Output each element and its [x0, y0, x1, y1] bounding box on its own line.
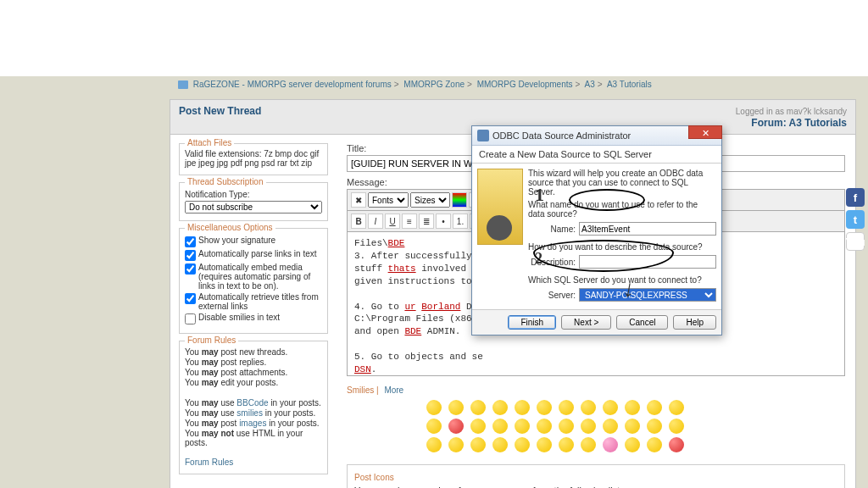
- smiley-icon[interactable]: [426, 419, 442, 434]
- crumb-4[interactable]: A3 Tutorials: [607, 80, 652, 89]
- smiley-icon[interactable]: [515, 400, 530, 415]
- smiley-icon[interactable]: [603, 400, 618, 415]
- youtube-icon[interactable]: You: [846, 232, 865, 251]
- smiley-icon[interactable]: [492, 419, 508, 434]
- chk-smilies[interactable]: [185, 313, 196, 324]
- wizard-graphic: [477, 169, 523, 245]
- smiley-icon[interactable]: [515, 419, 530, 434]
- chk-titles[interactable]: [185, 293, 196, 304]
- more-smilies-link[interactable]: More: [384, 385, 403, 395]
- facebook-icon[interactable]: f: [846, 188, 865, 207]
- smiley-icon[interactable]: [537, 400, 552, 415]
- crumb-3[interactable]: A3: [585, 80, 595, 89]
- smiley-icon[interactable]: [426, 437, 442, 452]
- smiley-icon[interactable]: [537, 419, 552, 434]
- smiley-icon[interactable]: [647, 419, 662, 434]
- dialog-titlebar: ODBC Data Source Administrator: [472, 126, 721, 146]
- smiley-icon[interactable]: [448, 419, 464, 434]
- smiley-icon[interactable]: [492, 400, 508, 415]
- close-button[interactable]: ✕: [688, 125, 722, 139]
- help-button[interactable]: Help: [673, 315, 716, 330]
- dialog-intro: This wizard will help you create an ODBC…: [528, 169, 716, 197]
- smiley-icon[interactable]: [559, 419, 574, 434]
- top-whitespace: [0, 0, 868, 76]
- cancel-button[interactable]: Cancel: [616, 315, 668, 330]
- twitter-icon[interactable]: t: [846, 210, 865, 229]
- forum-rules-link[interactable]: Forum Rules: [185, 458, 233, 467]
- smiley-icon[interactable]: [515, 437, 530, 452]
- rule-2: You may post attachments.: [185, 368, 322, 377]
- underline-icon[interactable]: U: [385, 214, 400, 229]
- smiley-icon[interactable]: [470, 400, 486, 415]
- smiley-icon[interactable]: [647, 400, 662, 415]
- social-sidebar: f t You: [846, 188, 865, 251]
- rule-0: You may post new threads.: [185, 347, 322, 357]
- smiley-icon[interactable]: [470, 419, 486, 434]
- server-label: Server:: [528, 291, 576, 300]
- breadcrumb: RaGEZONE - MMORPG server development for…: [0, 76, 868, 92]
- smiley-icon[interactable]: [581, 400, 596, 415]
- smiley-icon[interactable]: [669, 400, 684, 415]
- crumb-2[interactable]: MMORPG Developments: [477, 80, 573, 89]
- smilies-link[interactable]: smilies: [236, 408, 263, 418]
- smiley-icon[interactable]: [448, 437, 464, 452]
- smiley-icon[interactable]: [603, 419, 618, 434]
- dialog-button-row: Finish Next > Cancel Help: [472, 309, 721, 335]
- sub-legend: Thread Subscription: [185, 177, 266, 186]
- smiley-icon[interactable]: [647, 437, 662, 452]
- list-ol-icon[interactable]: 1.: [453, 214, 468, 229]
- smiley-icon[interactable]: [470, 437, 486, 452]
- name-label: Name:: [528, 225, 576, 234]
- size-select[interactable]: Sizes: [410, 192, 450, 208]
- folder-icon: [178, 80, 188, 89]
- smiley-icon[interactable]: [537, 437, 552, 452]
- smiley-icon[interactable]: [603, 437, 618, 452]
- crumb-1[interactable]: MMORPG Zone: [403, 80, 465, 89]
- login-status: Logged in as mav?k lcksandy: [736, 107, 847, 116]
- smiley-icon[interactable]: [559, 437, 574, 452]
- sub-select[interactable]: Do not subscribe: [185, 201, 322, 214]
- list-ul-icon[interactable]: •: [436, 214, 451, 229]
- switch-editor-icon[interactable]: ✖: [351, 192, 366, 208]
- align-center-icon[interactable]: ≣: [419, 214, 434, 229]
- sub-label: Notification Type:: [185, 190, 322, 199]
- smilies-label: Smilies: [347, 385, 374, 395]
- rule2-3: You may not use HTML in your posts.: [185, 429, 322, 447]
- images-link[interactable]: images: [239, 419, 266, 428]
- smiley-icon[interactable]: [559, 400, 574, 415]
- forum-label: Forum: A3 Tutorials: [751, 117, 847, 129]
- desc-input[interactable]: [579, 255, 716, 269]
- bold-icon[interactable]: B: [351, 214, 366, 229]
- dialog-q1: What name do you want to use to refer to…: [528, 200, 716, 219]
- name-input[interactable]: [579, 222, 716, 236]
- crumb-0[interactable]: RaGEZONE - MMORPG server development for…: [193, 80, 392, 89]
- smiley-icon[interactable]: [625, 437, 640, 452]
- smiley-icon[interactable]: [581, 437, 596, 452]
- align-left-icon[interactable]: ≡: [402, 214, 417, 229]
- italic-icon[interactable]: I: [368, 214, 383, 229]
- smiley-icon[interactable]: [426, 400, 442, 415]
- chk-signature[interactable]: [185, 236, 196, 247]
- chk-embed[interactable]: [185, 263, 196, 274]
- font-select[interactable]: Fonts: [368, 192, 409, 208]
- smiley-icon[interactable]: [448, 400, 464, 415]
- finish-button[interactable]: Finish: [508, 315, 556, 330]
- rules-legend: Forum Rules: [185, 336, 238, 345]
- bbcode-link[interactable]: BBCode: [236, 398, 268, 408]
- smiley-icon[interactable]: [669, 437, 684, 452]
- next-button[interactable]: Next >: [561, 315, 611, 330]
- smiley-icon[interactable]: [581, 419, 596, 434]
- chk-parse[interactable]: [185, 250, 196, 261]
- opt-1: Automatically parse links in text: [198, 249, 317, 258]
- smiley-icon[interactable]: [625, 419, 640, 434]
- attach-files-box: Attach Files Valid file extensions: 7z b…: [179, 143, 328, 175]
- smiley-icon[interactable]: [625, 400, 640, 415]
- misc-box: Miscellaneous Options Show your signatur…: [179, 228, 328, 334]
- smiley-icon[interactable]: [492, 437, 508, 452]
- rule2-2: You may post images in your posts.: [185, 419, 322, 428]
- smiley-icon[interactable]: [669, 419, 684, 434]
- server-select[interactable]: SANDY-PC\SQLEXPRESS: [579, 288, 716, 302]
- dialog-title-text: ODBC Data Source Administrator: [492, 130, 631, 141]
- color-icon[interactable]: [452, 192, 467, 208]
- odbc-icon: [477, 130, 489, 141]
